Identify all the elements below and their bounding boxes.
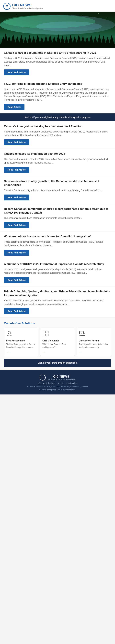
footer-links: Contact | Privacy | About | Unsubscribe [3, 382, 112, 384]
article-5-excerpt: Statistics Canada recently released its … [4, 188, 111, 192]
footer-logo-icon: C [40, 374, 46, 380]
svg-point-6 [57, 14, 58, 14]
article-6-excerpt: The economic contributions of Canadian i… [4, 216, 111, 220]
hero-svg [0, 12, 115, 48]
article-1-read-button[interactable]: Read Full Article [4, 70, 29, 75]
logo-icon: C [3, 3, 10, 10]
article-5-read-button[interactable]: Read Full Article [4, 194, 29, 200]
article-card-1: Canada to target occupations in Express … [0, 48, 115, 79]
svg-rect-41 [43, 331, 45, 333]
crs-icon [42, 330, 49, 338]
assessment-title: Free Assessment [6, 339, 25, 342]
solution-card-forum: Discussion Forum Join the world's larges… [77, 328, 111, 356]
article-6-title: Recent Canadian immigrants endured dispr… [4, 207, 111, 215]
article-5-title: Newcomers drive quality growth in the Ca… [4, 180, 111, 187]
article-8-title: A summary of IRCC's 2022 International E… [4, 262, 111, 266]
article-7-excerpt: Police certificates demonstrate to Immig… [4, 240, 111, 247]
footer-unsubscribe-link[interactable]: Unsubscribe [66, 382, 76, 384]
svg-rect-46 [81, 333, 85, 336]
svg-rect-39 [0, 44, 115, 48]
assessment-desc: Find out if you are eligible for any Can… [6, 343, 36, 349]
article-4-excerpt: The Quebec Immigration Plan for 2023, re… [4, 158, 111, 164]
footer: C CIC NEWS The voice of Canadian immigra… [0, 370, 115, 394]
forum-icon [79, 330, 86, 338]
footer-logo: C CIC NEWS The voice of Canadian immigra… [3, 374, 112, 380]
article-3-excerpt: New data obtained from Immigration, Refu… [4, 130, 111, 137]
assessment-arrow[interactable]: → [6, 350, 9, 354]
article-card-4: Quebec releases its immigration plan for… [0, 149, 115, 176]
hero-image [0, 12, 115, 48]
logo-tagline: The voice of Canadian immigration [12, 7, 42, 10]
svg-point-9 [106, 18, 107, 18]
article-card-2: IRCC confirms IT glitch affecting Expres… [0, 79, 115, 114]
svg-rect-44 [46, 334, 48, 336]
footer-privacy-link[interactable]: Privacy [48, 382, 54, 384]
header: C CIC NEWS The voice of Canadian immigra… [0, 0, 115, 12]
solution-card-assessment: Free Assessment Find out if you are elig… [4, 328, 38, 356]
eligibility-banner[interactable]: Find out if you are eligible for any Can… [0, 114, 115, 121]
cta-banner[interactable]: Ask us your immigration questions [4, 359, 111, 367]
crs-desc: What is your Express Entry ranking score… [42, 343, 72, 349]
crs-arrow[interactable]: → [42, 350, 45, 354]
article-2-read-button[interactable]: Read Article [4, 104, 24, 110]
footer-logo-text: CIC NEWS The voice of Canadian immigrati… [47, 375, 75, 380]
solutions-grid: Free Assessment Find out if you are elig… [4, 328, 111, 356]
forum-arrow[interactable]: → [79, 350, 82, 354]
footer-address-line2: © Cohen Immigration Law. All rights rese… [3, 388, 112, 391]
svg-point-40 [8, 331, 11, 334]
svg-point-7 [82, 16, 82, 16]
svg-point-4 [16, 15, 16, 15]
logo-container: C CIC NEWS The voice of Canadian immigra… [3, 3, 112, 10]
svg-point-3 [36, 22, 102, 31]
article-7-title: What are police clearances certificates … [4, 235, 111, 238]
footer-logo-name: CIC NEWS [47, 375, 75, 378]
article-card-9: British Columbia, Quebec, Manitoba, and … [0, 286, 115, 318]
footer-about-link[interactable]: About [58, 382, 62, 384]
svg-point-10 [8, 20, 8, 20]
article-9-read-button[interactable]: Read Full Article [4, 308, 29, 314]
solutions-title: CanadaVisa Solutions [4, 322, 111, 325]
svg-rect-45 [80, 331, 84, 334]
logo-text: CIC NEWS The voice of Canadian immigrati… [12, 3, 42, 10]
crs-title: CRS Calculator [42, 339, 59, 342]
article-card-5: Newcomers drive quality growth in the Ca… [0, 176, 115, 204]
article-1-title: Canada to target occupations in Express … [4, 51, 111, 55]
logo-name: CIC NEWS [12, 3, 42, 7]
article-6-read-button[interactable]: Read Full Article [4, 222, 29, 228]
article-9-excerpt: British Columbia, Quebec, Manitoba, and … [4, 299, 111, 306]
article-2-excerpt: In an email to CIC News, an Immigration,… [4, 88, 111, 102]
footer-contact-link[interactable]: Contact [38, 382, 45, 384]
assessment-icon [6, 330, 13, 338]
svg-rect-43 [43, 334, 45, 336]
forum-title: Discussion Forum [79, 339, 99, 342]
article-4-read-button[interactable]: Read Full Article [4, 167, 29, 173]
footer-tagline: The voice of Canadian immigration [47, 378, 75, 380]
solutions-section: CanadaVisa Solutions Free Assessment Fin… [0, 318, 115, 370]
article-3-title: Canada's immigration backlog has decreas… [4, 124, 111, 128]
article-2-title: IRCC confirms IT glitch affecting Expres… [4, 82, 111, 86]
article-7-read-button[interactable]: Read Full Article [4, 250, 29, 256]
article-card-8: A summary of IRCC's 2022 International E… [0, 259, 115, 286]
article-card-3: Canada's immigration backlog has decreas… [0, 121, 115, 149]
article-card-6: Recent Canadian immigrants endured dispr… [0, 204, 115, 232]
article-card-7: What are police clearances certificates … [0, 232, 115, 259]
svg-rect-42 [46, 331, 48, 333]
article-8-excerpt: In March 2022, Immigration, Refugees and… [4, 268, 111, 275]
svg-point-8 [98, 14, 99, 14]
article-1-excerpt: Starting in 2023, Immigration, Refugees … [4, 56, 111, 67]
svg-point-5 [33, 13, 33, 14]
article-3-read-button[interactable]: Read Full Article [4, 139, 29, 145]
article-4-title: Quebec releases its immigration plan for… [4, 152, 111, 156]
forum-desc: Join the world's largest Canadian immigr… [79, 343, 109, 349]
solution-card-crs: CRS Calculator What is your Express Entr… [40, 328, 74, 356]
article-9-title: British Columbia, Quebec, Manitoba, and … [4, 290, 111, 297]
article-8-read-button[interactable]: Read Full Article [4, 277, 29, 283]
footer-address-line1: CICNews, 1303 Greene Ave., Suite 200, We… [3, 386, 112, 388]
